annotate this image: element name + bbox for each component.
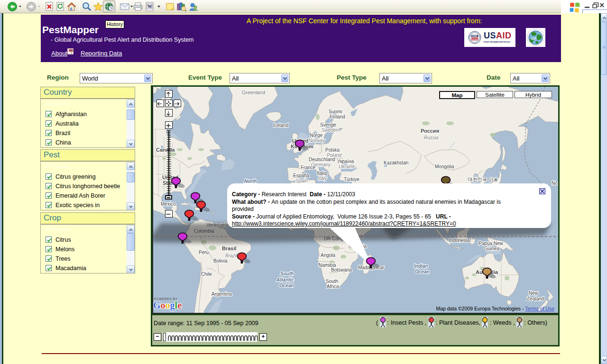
svg-text:USAID: USAID bbox=[472, 35, 478, 37]
svg-text:W: W bbox=[147, 4, 152, 9]
svg-text:FROM THE AMERICAN PEOPLE: FROM THE AMERICAN PEOPLE bbox=[484, 41, 511, 43]
